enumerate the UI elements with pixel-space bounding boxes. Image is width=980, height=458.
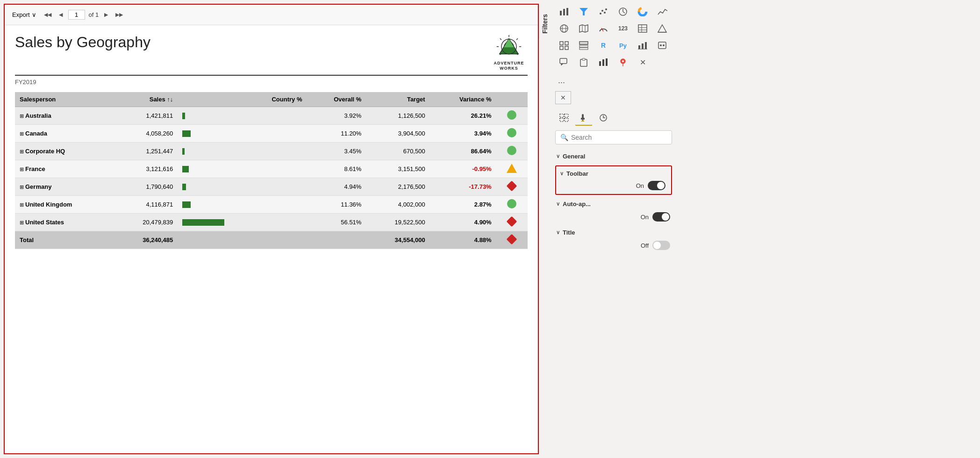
svg-rect-42 [579,45,588,47]
viz-icon-clock[interactable] [614,4,632,20]
svg-rect-12 [563,9,565,15]
viz-icon-line-chart[interactable] [653,4,671,20]
viz-icon-speech[interactable] [555,54,573,70]
viz-icon-x-close[interactable]: ✕ [634,54,651,70]
toolbar-section-header[interactable]: ∨ Toolbar [560,168,667,179]
viz-icon-matrix[interactable] [555,37,573,53]
table-row: ⊞Corporate HQ 1,251,447 3.45% 670,500 86… [15,143,528,160]
nav-next-button[interactable]: ▶ [102,11,110,19]
export-button[interactable]: Export ∨ [10,10,38,19]
title-toggle-switch: Off [641,241,670,250]
search-input[interactable] [571,134,667,141]
cell-sales: 4,058,260 [114,125,178,143]
cell-salesperson: ⊞France [15,160,114,178]
nav-first-button[interactable]: ◀◀ [42,11,53,19]
general-section-header[interactable]: ∨ General [555,150,672,163]
cell-variance: 4.90% [430,214,496,231]
report-title: Sales by Geography [15,34,150,51]
svg-point-58 [622,60,624,62]
toolbar-toggle-switch: On [636,181,665,190]
svg-rect-61 [565,114,568,117]
page-info: of 1 [89,11,99,18]
table-row: ⊞United States 20,479,839 56.51% 19,522,… [15,214,528,231]
cell-country-pct [243,107,307,125]
cell-target: 1,126,500 [366,107,429,125]
viz-icon-globe[interactable] [555,21,573,36]
page-number-input[interactable] [68,10,85,20]
cell-bar [178,196,243,214]
svg-rect-45 [642,43,644,49]
col-target: Target [366,92,429,107]
title-toggle-pill[interactable] [652,241,670,250]
cell-bar [178,143,243,160]
viz-icon-r[interactable]: R [594,37,612,53]
auto-apply-toggle-pill[interactable] [652,212,670,222]
svg-rect-67 [581,121,584,122]
close-x-button[interactable]: ✕ [555,91,571,104]
svg-point-17 [604,12,606,14]
viz-icon-123[interactable]: 123 [614,21,632,36]
cell-target: 2,176,500 [366,178,429,196]
viz-icon-donut[interactable] [634,4,651,20]
cell-overall-pct: 3.92% [307,107,366,125]
title-label: Title [563,229,575,236]
search-box: 🔍 [555,130,672,144]
cell-bar [178,160,243,178]
auto-apply-section-header[interactable]: ∨ Auto-ap... [555,198,672,210]
viz-icon-triangle-up[interactable] [653,21,671,36]
cell-indicator [496,107,528,125]
cell-indicator [496,125,528,143]
viz-icon-table[interactable] [634,21,651,36]
cell-variance: -17.73% [430,178,496,196]
col-salesperson: Salesperson [15,92,114,107]
cell-salesperson: ⊞Canada [15,125,114,143]
viz-icon-funnel[interactable] [575,4,593,20]
title-section: ∨ Title Off [555,226,672,252]
cell-total-sales: 36,240,485 [114,231,178,249]
cell-indicator [496,160,528,178]
col-sales[interactable]: Sales ↑↓ [114,92,178,107]
svg-rect-40 [565,46,568,50]
format-tab-paint[interactable] [575,110,593,126]
viz-icon-bar-chart[interactable] [555,4,573,20]
viz-icon-gauge[interactable] [594,21,612,36]
toolbar-toggle-pill[interactable] [648,181,665,190]
svg-rect-65 [581,118,585,120]
cell-indicator [496,178,528,196]
report-panel: Export ∨ ◀◀ ◀ of 1 ▶ ▶▶ Sales by Geograp… [4,4,539,454]
format-tab-analytics[interactable] [594,110,612,126]
cell-country-pct [243,214,307,231]
viz-icon-map[interactable] [575,21,593,36]
col-indicator [496,92,528,107]
nav-last-button[interactable]: ▶▶ [114,11,125,19]
col-bar [178,92,243,107]
cell-sales: 1,251,447 [114,143,178,160]
format-tab-grid[interactable] [555,110,573,126]
cell-total-bar [178,231,243,249]
title-section-header[interactable]: ∨ Title [555,226,672,239]
cell-bar [178,178,243,196]
viz-icon-column-chart[interactable] [634,37,651,53]
viz-icon-clipboard[interactable] [575,54,593,70]
search-icon: 🔍 [560,134,568,141]
svg-marker-27 [579,25,588,32]
viz-icon-bar-chart2[interactable] [594,54,612,70]
export-chevron: ∨ [32,11,36,18]
nav-prev-button[interactable]: ◀ [57,11,64,19]
auto-apply-toggle-label: On [641,214,649,221]
ellipsis-indicator: ... [555,74,672,87]
right-content: 123 R Py [551,0,677,458]
viz-icon-custom[interactable] [653,37,671,53]
viz-icon-pin[interactable] [614,54,632,70]
svg-rect-63 [565,118,568,122]
report-logo: ADVENTUREWORKS [490,34,528,71]
viz-icon-table2[interactable] [575,37,593,53]
general-chevron-icon: ∨ [556,153,560,159]
toolbar-chevron-icon: ∨ [560,171,564,177]
cell-salesperson: ⊞United States [15,214,114,231]
svg-rect-43 [579,48,588,50]
viz-icon-py[interactable]: Py [614,37,632,53]
cell-variance: -0.95% [430,160,496,178]
viz-icon-scatter[interactable] [594,4,612,20]
svg-point-49 [660,44,662,46]
